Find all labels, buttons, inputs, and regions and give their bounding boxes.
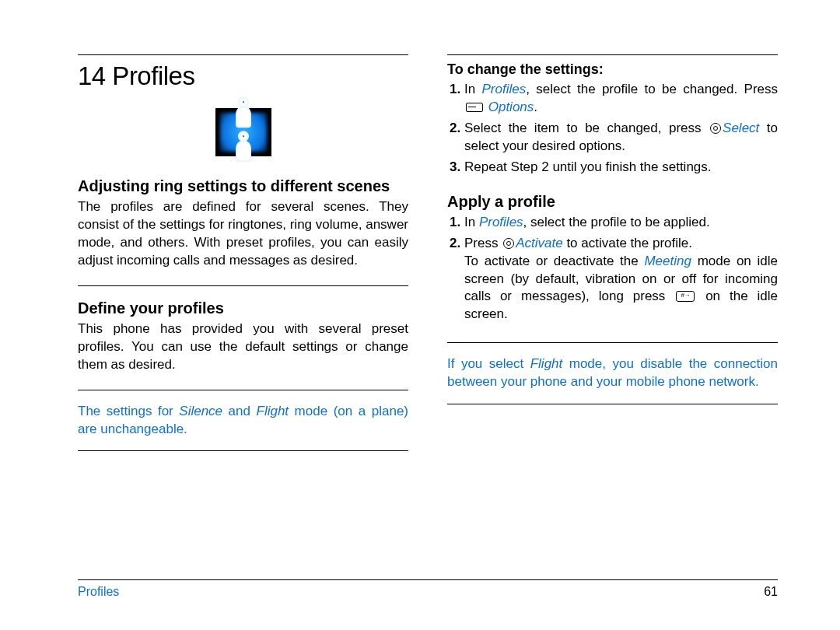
left-column: 14 Profiles Adjusting ring settings to d… bbox=[78, 54, 408, 599]
footer-section: Profiles bbox=[78, 585, 119, 599]
heading-adjust-ring: Adjusting ring settings to different sce… bbox=[78, 177, 408, 195]
footer-page-number: 61 bbox=[764, 585, 778, 599]
apply-step-2: Press Activate to activate the profile. … bbox=[464, 235, 778, 324]
nav-key-icon bbox=[503, 238, 514, 249]
heading-define-profiles: Define your profiles bbox=[78, 299, 408, 317]
softkey-icon bbox=[466, 103, 483, 112]
note-silence-flight: The settings for Silence and Flight mode… bbox=[78, 403, 408, 439]
heading-apply-profile: Apply a profile bbox=[447, 192, 778, 211]
paragraph-define: This phone has provided you with several… bbox=[78, 320, 408, 374]
profiles-icon-container bbox=[78, 108, 408, 159]
right-column: To change the settings: In Profiles, sel… bbox=[447, 54, 778, 599]
divider bbox=[447, 404, 778, 404]
nav-key-icon bbox=[710, 123, 721, 134]
step-3: Repeat Step 2 until you finish the setti… bbox=[464, 159, 778, 177]
profiles-icon bbox=[215, 108, 271, 156]
step-1: In Profiles, select the profile to be ch… bbox=[464, 81, 778, 117]
heading-change-settings: To change the settings: bbox=[447, 61, 778, 78]
step-2: Select the item to be changed, press Sel… bbox=[464, 120, 778, 156]
divider bbox=[78, 450, 408, 451]
top-rule-left bbox=[78, 54, 408, 55]
steps-apply-profile: In Profiles, select the profile to be ap… bbox=[447, 214, 778, 327]
page-footer: Profiles 61 bbox=[78, 579, 778, 599]
divider bbox=[447, 342, 778, 343]
paragraph-intro: The profiles are defined for several sce… bbox=[78, 198, 408, 270]
top-rule-right bbox=[447, 54, 778, 55]
note-flight-mode: If you select Flight mode, you disable t… bbox=[447, 355, 778, 391]
manual-page: 14 Profiles Adjusting ring settings to d… bbox=[0, 0, 840, 630]
divider bbox=[78, 390, 408, 390]
hash-key-icon bbox=[676, 291, 695, 302]
divider bbox=[78, 285, 408, 286]
chapter-title: 14 Profiles bbox=[78, 61, 408, 91]
steps-change-settings: In Profiles, select the profile to be ch… bbox=[447, 81, 778, 180]
apply-step-1: In Profiles, select the profile to be ap… bbox=[464, 214, 778, 232]
